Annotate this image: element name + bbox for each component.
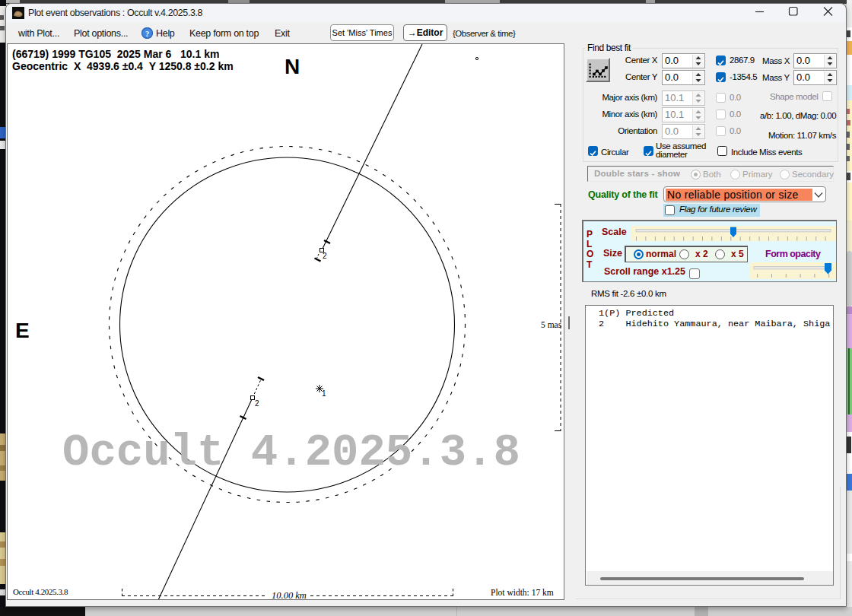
svg-text:2: 2	[255, 399, 259, 408]
svg-text:N: N	[285, 55, 300, 78]
svg-text:10.00 km: 10.00 km	[272, 590, 307, 599]
svg-text:Occult 4.2025.3.8: Occult 4.2025.3.8	[62, 427, 520, 478]
svg-text:5 mas: 5 mas	[541, 320, 562, 329]
svg-text:Plot width: 17 km: Plot width: 17 km	[491, 588, 554, 597]
svg-text:1: 1	[322, 389, 326, 398]
svg-text:E: E	[15, 319, 30, 342]
svg-text:?: ?	[145, 30, 149, 38]
svg-text:Geocentric X 4939.6 ±0.4 Y: Geocentric X 4939.6 ±0.4 Y 1250.8 ±0.2 k…	[12, 60, 234, 72]
svg-text:2: 2	[323, 252, 327, 260]
svg-text:Occult 4.2025.3.8: Occult 4.2025.3.8	[13, 587, 68, 596]
svg-text:(66719) 1999 TG105 2025 Mar 6: (66719) 1999 TG105 2025 Mar 6 10.1 km	[12, 48, 219, 60]
